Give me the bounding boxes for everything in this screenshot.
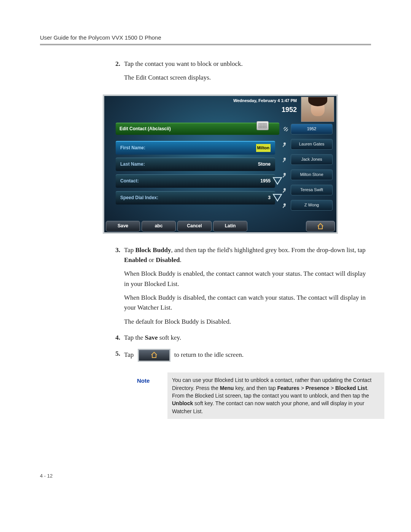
step-4: 4. Tap the Save soft key. [110, 333, 371, 347]
contact-label: Contact: [120, 177, 139, 185]
svg-point-0 [284, 142, 286, 145]
presence-icon [282, 171, 289, 178]
party-lauren[interactable]: Lauren Gates [291, 139, 333, 150]
party-zwong-label: Z Wong [291, 200, 333, 211]
home-icon [317, 223, 324, 230]
party-milton[interactable]: Milton Stone [291, 169, 333, 181]
presence-icon [282, 156, 289, 163]
step-2-num: 2. [110, 59, 120, 87]
presence-icon [282, 187, 289, 193]
first-name-label: First Name: [120, 144, 145, 152]
screen-title-text: Edit Contact (Abc/ascii) [119, 125, 171, 133]
step-3-line4: The default for Block Buddy is Disabled. [124, 317, 371, 327]
screen-title: Edit Contact (Abc/ascii) [116, 123, 279, 135]
presence-icon [282, 202, 289, 209]
last-name-label: Last Name: [120, 161, 145, 168]
party-milton-label: Milton Stone [291, 169, 333, 180]
party-lauren-label: Lauren Gates [291, 139, 333, 150]
contact-value: 1955 [260, 177, 271, 185]
softkey-bar: Save abc Cancel Latin [104, 221, 336, 232]
step-3-line3: When Block Buddy is disabled, the contac… [124, 293, 371, 313]
abc-button[interactable]: abc [142, 221, 176, 232]
party-self-label: 1952 [291, 124, 333, 134]
field-first-name[interactable]: First Name: Milton [116, 141, 275, 155]
party-jack[interactable]: Jack Jones [291, 154, 333, 165]
speed-dial-label: Speed Dial Index: [120, 194, 158, 201]
step-4-num: 4. [110, 333, 120, 347]
latin-button[interactable]: Latin [213, 221, 247, 232]
last-name-value: Stone [258, 161, 271, 168]
presence-icon [282, 141, 289, 148]
step-2: 2. Tap the contact you want to block or … [110, 59, 371, 87]
party-teresa[interactable]: Teresa Swift [291, 184, 333, 196]
note-body: You can use your Blocked List to unblock… [167, 372, 384, 419]
step-3: 3. Tap Block Buddy, and then tap the fie… [110, 245, 371, 331]
save-button[interactable]: Save [106, 221, 140, 232]
step-2-line1: Tap the contact you want to block or unb… [124, 59, 371, 69]
step-3-line1: Tap Block Buddy, and then tap the field'… [124, 245, 371, 265]
page-header: User Guide for the Polycom VVX 1500 D Ph… [40, 34, 371, 41]
party-self[interactable]: 1952 [291, 123, 333, 135]
field-last-name[interactable]: Last Name: Stone [116, 158, 275, 171]
step-5-line1: Tap to return to the idle screen. [124, 349, 371, 362]
header-rule [40, 44, 371, 45]
field-contact[interactable]: Contact: 1955 [116, 174, 275, 188]
contact-drilldown-icon[interactable] [272, 176, 283, 186]
phone-extension: 1952 [233, 105, 297, 115]
svg-point-3 [284, 188, 286, 190]
first-name-value: Milton [256, 144, 271, 152]
svg-point-4 [284, 203, 286, 206]
svg-point-1 [284, 158, 286, 160]
speed-dial-drilldown-icon[interactable] [272, 193, 283, 203]
step-2-line2: The Edit Contact screen displays. [124, 73, 371, 83]
avatar [301, 97, 334, 122]
svg-point-2 [284, 173, 286, 175]
step-5-num: 5. [110, 349, 120, 366]
note-box: Note You can use your Blocked List to un… [137, 372, 384, 419]
home-button-inline [138, 349, 170, 362]
home-button[interactable] [306, 221, 335, 232]
link-icon [282, 126, 289, 133]
step-5: 5. Tap to return to the idle screen. [110, 349, 371, 366]
speed-dial-value: 3 [268, 194, 271, 201]
phone-screenshot: Wednesday, February 4 1:47 PM 1952 Edit … [103, 94, 371, 234]
step-3-line2: When Block Buddy is enabled, the contact… [124, 269, 371, 289]
page-number: 4 - 12 [40, 473, 53, 479]
party-zwong[interactable]: Z Wong [291, 200, 333, 211]
note-label: Note [137, 372, 167, 419]
party-jack-label: Jack Jones [291, 154, 333, 165]
keyboard-icon[interactable] [256, 121, 269, 130]
home-icon [151, 351, 158, 358]
party-teresa-label: Teresa Swift [291, 185, 333, 195]
field-speed-dial[interactable]: Speed Dial Index: 3 [116, 191, 275, 204]
phone-datetime: Wednesday, February 4 1:47 PM [233, 97, 297, 104]
cancel-button[interactable]: Cancel [177, 221, 212, 232]
step-3-num: 3. [110, 245, 120, 331]
step-4-line1: Tap the Save soft key. [124, 333, 371, 343]
